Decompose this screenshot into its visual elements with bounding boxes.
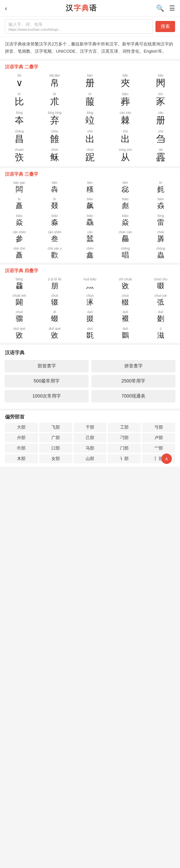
list-item[interactable]: bǐng竝 [72, 109, 108, 128]
list-item[interactable]: chēng唱 [108, 245, 143, 261]
list-item[interactable]: bāo閌 [143, 72, 178, 90]
list-item[interactable]: bīng雷 [143, 212, 178, 228]
radical-item[interactable]: 讠部 [108, 454, 141, 463]
list-item[interactable]: cáo záo棘 [108, 109, 143, 128]
list-item[interactable]: chuò jué弤 [143, 292, 178, 308]
list-item[interactable]: chū出 [72, 128, 108, 146]
scroll-top-button[interactable]: ∧ [161, 454, 172, 464]
nav-item[interactable]: 500最常用字 [5, 375, 89, 388]
search-input[interactable]: 输入字、词、包等 https://www.huzhan.com/ishop/..… [5, 19, 153, 34]
list-item[interactable]: chāng昌 [2, 128, 37, 146]
list-item[interactable]: cóng zòn从 [108, 146, 143, 164]
list-item[interactable]: chī chuāi敓 [108, 276, 143, 292]
menu-icon[interactable]: ☰ [169, 4, 175, 12]
list-item[interactable]: chū出 [108, 128, 143, 146]
nav-item[interactable]: 7000现通表 [91, 390, 175, 402]
list-item[interactable]: chóu雔 [37, 128, 72, 146]
radical-item[interactable]: 工部 [108, 423, 141, 432]
list-item[interactable]: duō毲 [72, 325, 108, 341]
radical-item[interactable]: 弓部 [142, 423, 175, 432]
radical-item[interactable]: 干部 [73, 423, 107, 432]
radical-item[interactable]: 刁部 [108, 433, 141, 442]
list-item[interactable]: chuò chu啜 [143, 276, 178, 292]
list-item[interactable]: běn糔 [72, 179, 108, 195]
radical-item[interactable]: 口部 [39, 444, 72, 453]
list-item[interactable]: dī蝃 [37, 308, 72, 324]
search-icon[interactable]: 🔍 [156, 4, 164, 12]
list-item[interactable]: cāo册 [143, 109, 178, 128]
list-item[interactable]: duō掇 [72, 308, 108, 324]
list-item[interactable]: dá靐 [143, 146, 178, 164]
list-item[interactable]: bì叕 [37, 195, 72, 212]
list-item[interactable]: bǐng夲 [2, 109, 37, 128]
list-item[interactable]: jí qǐ bǐ léi朋 [37, 276, 72, 292]
list-item[interactable]: chē yán y歡 [37, 245, 72, 261]
radical-item[interactable]: 己部 [73, 433, 107, 442]
list-item[interactable]: bā∨ [2, 72, 37, 90]
list-item[interactable]: chán羼 [143, 228, 178, 245]
list-item[interactable]: duō剟 [143, 308, 178, 324]
radical-item[interactable]: 马部 [73, 444, 107, 453]
list-item[interactable]: chóng蟲 [143, 245, 178, 261]
radical-item[interactable]: 广部 [39, 433, 72, 442]
list-item[interactable]: chún稣 [37, 146, 72, 164]
list-item[interactable]: bì矗 [2, 195, 37, 212]
list-item[interactable]: bīn豕 [143, 90, 178, 109]
radical-item[interactable]: 宀部 [142, 444, 175, 453]
list-item[interactable]: biāo飙 [72, 195, 108, 212]
list-item[interactable]: bān pàn闆 [2, 179, 37, 195]
radical-item[interactable]: 大部 [5, 423, 38, 432]
list-item[interactable]: duō qué敓 [2, 325, 37, 341]
list-item[interactable]: shè chè矗 [2, 245, 37, 261]
list-item[interactable]: bǐ朮 [37, 90, 72, 109]
list-item[interactable]: chuò輟 [108, 292, 143, 308]
nav-item[interactable]: 部首查字 [5, 360, 89, 372]
radical-item[interactable]: 木部 [5, 454, 38, 463]
list-item[interactable]: biāo焱 [2, 212, 37, 228]
back-button[interactable]: ‹ [5, 5, 7, 12]
list-item[interactable]: bí比 [2, 90, 37, 109]
list-item[interactable]: bàn夾 [108, 72, 143, 90]
list-item[interactable]: chuò跜 [72, 146, 108, 164]
list-item[interactable]: duō qué敓 [37, 325, 72, 341]
list-item[interactable]: chuò涿 [72, 292, 108, 308]
radical-item[interactable]: 卢部 [142, 433, 175, 442]
list-item[interactable]: chuǎn矤 [2, 146, 37, 164]
list-item[interactable]: biāo驫 [72, 212, 108, 228]
list-item[interactable]: chuāi wèi闢 [2, 292, 37, 308]
list-item[interactable]: bīng bīng弃 [37, 109, 72, 128]
list-item[interactable]: bì菔 [72, 90, 108, 109]
list-item[interactable]: chán càn厵 [108, 228, 143, 245]
list-item[interactable]: chén鑫 [72, 245, 108, 261]
list-item[interactable]: duō鵽 [108, 325, 143, 341]
list-item[interactable]: biāo猋 [143, 195, 178, 212]
list-item[interactable]: cán蠺 [72, 228, 108, 245]
list-item[interactable]: chú刍 [143, 128, 178, 146]
list-item[interactable]: biān葬 [108, 90, 143, 109]
list-item[interactable]: cān shēn參 [2, 228, 37, 245]
list-item[interactable]: jì滋 [143, 325, 178, 341]
list-item[interactable]: bēn犇 [37, 179, 72, 195]
radical-item[interactable]: 山部 [73, 454, 107, 463]
list-item[interactable]: bèng飝 [2, 276, 37, 292]
list-item[interactable]: cǎn shěn叁 [37, 228, 72, 245]
nav-item[interactable]: 2500常用字 [91, 375, 175, 388]
list-item[interactable]: bái jiǎo帛 [37, 72, 72, 90]
list-item[interactable]: běn惢 [108, 179, 143, 195]
list-item[interactable]: duō裰 [108, 308, 143, 324]
list-item[interactable]: biāo淼 [37, 212, 72, 228]
list-item[interactable]: bǎn册 [72, 72, 108, 90]
search-button[interactable]: 搜索 [155, 21, 175, 32]
list-item[interactable]: huǒ biāo灬 [72, 276, 108, 292]
nav-item[interactable]: 拼音查字 [91, 360, 175, 372]
list-item[interactable]: chuò骝 [2, 308, 37, 324]
radical-item[interactable]: 廾部 [5, 433, 38, 442]
list-item[interactable]: chuò辍 [37, 292, 72, 308]
list-item[interactable]: biāo焱 [108, 212, 143, 228]
list-item[interactable]: biāo彪 [108, 195, 143, 212]
radical-item[interactable]: 女部 [39, 454, 72, 463]
nav-item[interactable]: 1000次常用字 [5, 390, 89, 402]
radical-item[interactable]: 巾部 [5, 444, 38, 453]
radical-item[interactable]: 门部 [108, 444, 141, 453]
list-item[interactable]: bì毵 [143, 179, 178, 195]
